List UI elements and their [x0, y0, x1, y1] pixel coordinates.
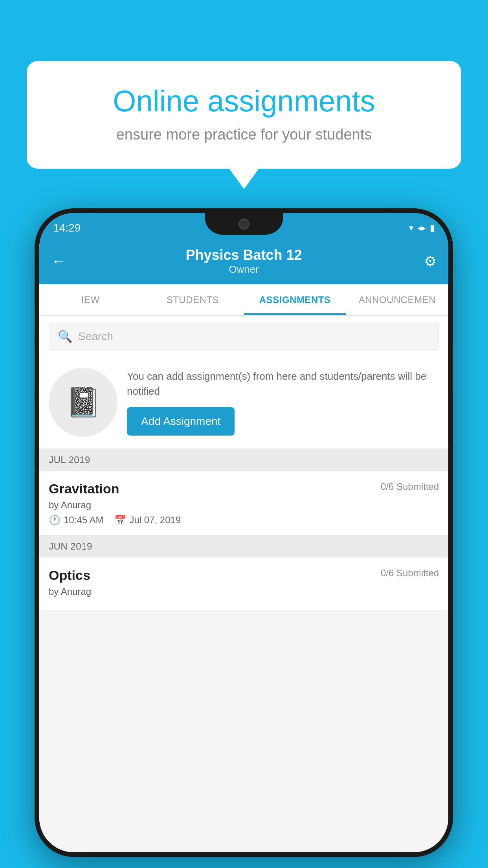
- wifi-icon: ▾: [409, 223, 413, 233]
- promo-description: You can add assignment(s) from here and …: [127, 369, 439, 399]
- phone-wrapper: 14:29 ▾ ◂▸ ▮ ← Physics Batch 12 Owner ⚙ …: [35, 208, 453, 857]
- front-camera: [238, 219, 250, 230]
- assignment-gravitation[interactable]: Gravitation 0/6 Submitted by Anurag 🕐 10…: [39, 471, 448, 535]
- calendar-icon: 📅: [114, 515, 126, 526]
- phone-notch: [205, 213, 283, 235]
- header-center: Physics Batch 12 Owner: [73, 247, 415, 276]
- search-icon: 🔍: [58, 329, 72, 343]
- battery-icon: ▮: [430, 223, 435, 233]
- promo-icon-circle: 📓: [49, 368, 117, 437]
- tab-assignments[interactable]: ASSIGNMENTS: [244, 284, 346, 315]
- promo-banner: 📓 You can add assignment(s) from here an…: [39, 357, 448, 449]
- assignment-optics-top-row: Optics 0/6 Submitted: [49, 568, 439, 583]
- assignment-submitted-optics: 0/6 Submitted: [381, 568, 439, 579]
- speech-bubble-title: Online assignments: [54, 85, 434, 118]
- search-placeholder: Search: [78, 330, 113, 343]
- volume-up-button: [35, 346, 35, 389]
- assignment-by-optics: by Anurag: [49, 586, 439, 597]
- clock-icon: 🕐: [49, 515, 61, 526]
- assignment-by-gravitation: by Anurag: [49, 500, 439, 511]
- speech-bubble-subtitle: ensure more practice for your students: [54, 126, 434, 143]
- assignment-date: 📅 Jul 07, 2019: [114, 515, 181, 526]
- assignment-name-optics: Optics: [49, 568, 90, 583]
- assignment-name-gravitation: Gravitation: [49, 481, 119, 497]
- header-title: Physics Batch 12: [73, 247, 415, 263]
- status-icons: ▾ ◂▸ ▮: [409, 223, 435, 233]
- assignment-optics[interactable]: Optics 0/6 Submitted by Anurag: [39, 557, 448, 611]
- signal-icon: ◂▸: [417, 223, 426, 233]
- tabs-bar: IEW STUDENTS ASSIGNMENTS ANNOUNCEMEN: [39, 284, 448, 316]
- volume-down-button: [35, 401, 35, 444]
- search-input-wrap[interactable]: 🔍 Search: [49, 323, 439, 350]
- month-label-jul: JUL 2019: [49, 454, 90, 465]
- status-time: 14:29: [53, 222, 81, 234]
- tab-students[interactable]: STUDENTS: [141, 284, 244, 315]
- settings-icon[interactable]: ⚙: [415, 253, 437, 270]
- assignment-top-row: Gravitation 0/6 Submitted: [49, 481, 439, 497]
- header-subtitle: Owner: [73, 263, 415, 276]
- month-label-jun: JUN 2019: [49, 541, 92, 552]
- assignment-submitted-gravitation: 0/6 Submitted: [381, 481, 439, 492]
- add-assignment-button[interactable]: Add Assignment: [127, 407, 235, 436]
- speech-bubble-container: Online assignments ensure more practice …: [27, 61, 461, 169]
- speech-bubble: Online assignments ensure more practice …: [27, 61, 461, 169]
- assignment-meta-gravitation: 🕐 10:45 AM 📅 Jul 07, 2019: [49, 515, 439, 526]
- search-bar-container: 🔍 Search: [39, 316, 448, 357]
- phone-screen: 14:29 ▾ ◂▸ ▮ ← Physics Batch 12 Owner ⚙ …: [39, 213, 448, 852]
- screen-content: 🔍 Search 📓 You can add assignment(s) fro…: [39, 316, 448, 852]
- assignment-time-value: 10:45 AM: [64, 515, 103, 526]
- back-button[interactable]: ←: [51, 253, 73, 270]
- assignment-date-value: Jul 07, 2019: [129, 515, 181, 526]
- notebook-icon: 📓: [66, 386, 101, 419]
- volume-button-right: [452, 346, 453, 393]
- power-button: [35, 307, 35, 334]
- tab-iew[interactable]: IEW: [39, 284, 141, 315]
- phone-outer: 14:29 ▾ ◂▸ ▮ ← Physics Batch 12 Owner ⚙ …: [35, 208, 453, 857]
- tab-announcements[interactable]: ANNOUNCEMEN: [346, 284, 448, 315]
- app-header: ← Physics Batch 12 Owner ⚙: [39, 240, 448, 284]
- month-header-jun: JUN 2019: [39, 535, 448, 557]
- assignment-time: 🕐 10:45 AM: [49, 515, 103, 526]
- promo-text-area: You can add assignment(s) from here and …: [127, 369, 439, 436]
- month-header-jul: JUL 2019: [39, 449, 448, 471]
